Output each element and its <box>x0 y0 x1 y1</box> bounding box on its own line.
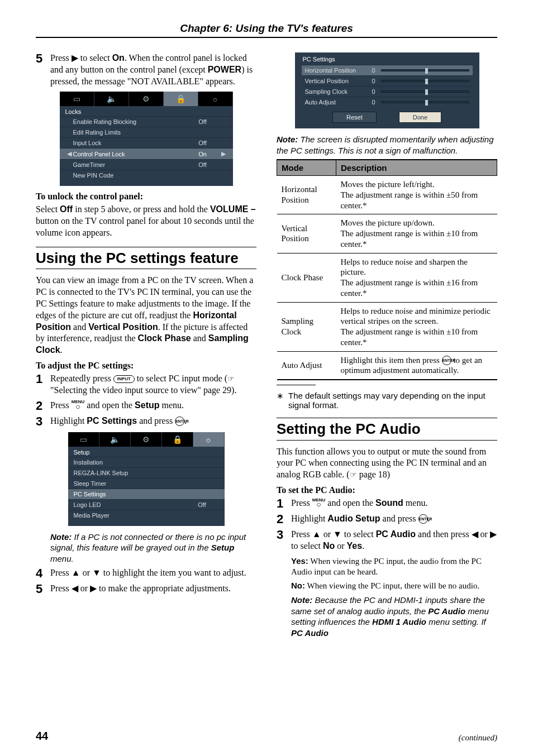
note-lead: Note: <box>291 595 312 605</box>
text: . <box>60 345 63 355</box>
menu-row-label: Installation <box>74 459 185 466</box>
tab-brightness-icon: ☼ <box>193 432 225 447</box>
enter-button-icon: ENTER <box>418 514 428 524</box>
table-row: Auto AdjustHighlight this item then pres… <box>277 351 497 380</box>
text: to select <box>342 529 376 539</box>
adjust-step-2: 2 Press MENU○ and open the Setup menu. <box>36 400 256 412</box>
pc-settings-row: Sampling Clock0 <box>302 86 473 97</box>
tab-sound-icon: 🔈 <box>99 432 131 447</box>
table-row: Horizontal PositionMoves the picture lef… <box>277 176 497 214</box>
text: . <box>362 541 364 551</box>
pc-settings-feature-heading: Using the PC settings feature <box>36 247 256 270</box>
text: Press <box>291 529 312 539</box>
menu-row: GameTimerOff <box>60 159 233 170</box>
no-label: No <box>323 541 335 551</box>
mode-cell: Sampling Clock <box>277 302 336 351</box>
pc-row-value: 0 <box>372 78 381 84</box>
text: and open the <box>325 498 375 508</box>
left-arrow-icon: ◀ <box>472 529 478 539</box>
down-arrow-icon: ▼ <box>333 529 342 539</box>
menu-row: ◀Control Panel LockOn▶ <box>60 148 233 159</box>
step-number: 2 <box>36 400 45 412</box>
step-number: 3 <box>277 529 285 541</box>
pc-audio-name: PC Audio <box>428 606 465 616</box>
pc-settings-panel-screenshot: PC Settings Horizontal Position0Vertical… <box>295 52 479 128</box>
input-button-icon: INPUT <box>113 375 135 383</box>
text: menu. <box>160 400 184 410</box>
text: . <box>428 514 430 523</box>
pc-settings-row: Vertical Position0 <box>302 75 473 86</box>
text: menu. <box>403 498 428 508</box>
unlock-heading: To unlock the control panel: <box>36 192 256 202</box>
table-row: Clock PhaseHelps to reduce noise and sha… <box>277 253 497 302</box>
text: or <box>321 529 333 539</box>
pc-row-label: Horizontal Position <box>305 67 372 74</box>
off-label: Off <box>60 204 73 214</box>
tab-picture-icon: ▭ <box>60 92 94 106</box>
text: Repeatedly press <box>50 374 113 383</box>
menu-row-label: Media Player <box>74 512 185 519</box>
text: Press <box>50 568 72 577</box>
text: button on the TV control panel for about… <box>36 216 254 237</box>
menu-row: Sleep Timer <box>68 478 225 489</box>
menu-row: Media Player <box>68 510 225 520</box>
note-screen-disrupted: Note: The screen is disrupted momentaril… <box>277 134 497 156</box>
menu-row: REGZA-LINK Setup <box>68 467 225 478</box>
table-row: Sampling ClockHelps to reduce noise and … <box>277 302 497 351</box>
clock-phase-label: Clock Phase <box>138 333 191 343</box>
audio-step-1: 1 Press MENU○ and open the Sound menu. <box>277 497 497 510</box>
right-arrow-icon: ▶ <box>72 53 78 63</box>
description-cell: Moves the picture left/right.The adjustm… <box>336 176 497 214</box>
locks-menu-screenshot: ▭ 🔈 ⚙ 🔒 ☼ Locks Enable Rating BlockingOf… <box>60 92 233 186</box>
mode-cell: Vertical Position <box>277 214 336 253</box>
audio-setup-label: Audio Setup <box>327 514 380 523</box>
slider-thumb <box>425 68 428 74</box>
text: The screen is disrupted momentarily when… <box>277 135 494 155</box>
sound-label: Sound <box>375 498 403 508</box>
slider-thumb <box>425 100 428 106</box>
text: or <box>335 541 346 551</box>
step-5-select-on: 5 Press ▶ to select On. When the control… <box>36 52 256 87</box>
text: to select PC input mode ( <box>135 374 227 383</box>
done-button: Done <box>399 112 441 123</box>
text: When viewing the PC input, there will be… <box>305 581 479 590</box>
set-pc-audio-heading: To set the PC Audio: <box>277 485 497 495</box>
adjust-step-4: 4 Press ▲ or ▼ to highlight the item you… <box>36 567 256 580</box>
reset-button: Reset <box>332 112 377 123</box>
adjust-pc-heading: To adjust the PC settings: <box>36 361 256 371</box>
menu-row-value: On <box>186 151 220 157</box>
text: Highlight <box>50 416 87 425</box>
adjust-step-1: 1 Repeatedly press INPUT to select PC in… <box>36 373 256 396</box>
text: menu setting. If <box>426 617 486 626</box>
col-mode: Mode <box>277 160 336 176</box>
tab-lock-icon: 🔒 <box>162 432 193 447</box>
menu-row-label: Edit Rating Limits <box>73 129 186 136</box>
step-number: 2 <box>277 513 285 525</box>
menu-button-icon: MENU○ <box>312 498 326 508</box>
adjust-step-5: 5 Press ◀ or ▶ to make the appropriate a… <box>36 583 256 595</box>
pc-settings-row: Auto Adjust0 <box>302 97 473 107</box>
panel-title: PC Settings <box>302 56 473 63</box>
menu-row-label: GameTimer <box>73 161 186 168</box>
slider-thumb <box>425 89 428 95</box>
page-number: 44 <box>36 730 48 743</box>
pc-settings-label: PC Settings <box>87 416 137 425</box>
no-lead: No: <box>291 581 305 590</box>
mode-cell: Horizontal Position <box>277 176 336 214</box>
audio-step-2: 2 Highlight Audio Setup and press ENTER. <box>277 513 497 525</box>
text: When viewing the PC input, the audio fro… <box>291 557 482 577</box>
note-lead: Note: <box>277 135 298 144</box>
yes-explanation: Yes: When viewing the PC input, the audi… <box>291 556 497 578</box>
menu-row-label: Control Panel Lock <box>73 151 186 157</box>
menu-row-value: Off <box>186 118 220 125</box>
mode-cell: Auto Adjust <box>277 351 336 380</box>
pc-audio-name-2: PC Audio <box>291 628 329 638</box>
note-pc-hdmi-share: Note: Because the PC and HDMI-1 inputs s… <box>291 595 497 638</box>
menu-row: Enable Rating BlockingOff <box>60 116 233 127</box>
menu-tabs: ▭ 🔈 ⚙ 🔒 ☼ <box>60 92 233 106</box>
text: or <box>80 568 92 577</box>
right-column: PC Settings Horizontal Position0Vertical… <box>277 52 497 642</box>
menu-title: Locks <box>60 106 233 116</box>
text: Press <box>50 583 72 593</box>
yes-lead: Yes: <box>291 556 308 566</box>
